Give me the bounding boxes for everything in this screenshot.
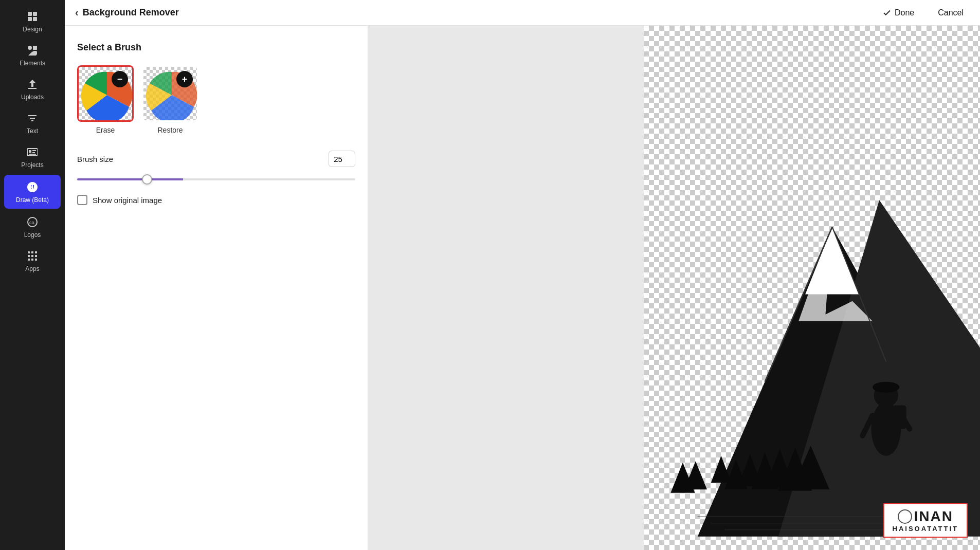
apps-icon (25, 249, 40, 263)
show-original-row[interactable]: Show original image (77, 195, 355, 205)
sidebar-item-elements[interactable]: Elements (0, 38, 65, 72)
show-original-checkbox[interactable] (77, 195, 87, 205)
sidebar-item-draw[interactable]: A Draw (Beta) (4, 175, 61, 209)
brush-restore-label: Restore (157, 126, 183, 134)
svg-rect-19 (35, 259, 37, 261)
svg-rect-3 (33, 17, 37, 21)
sidebar-item-text[interactable]: Text (0, 106, 65, 140)
draw-icon: A (25, 180, 40, 194)
elements-icon (25, 43, 40, 58)
sidebar-item-design[interactable]: Design (0, 4, 65, 38)
content-area: Select a Brush (65, 26, 980, 550)
projects-icon (25, 145, 40, 159)
done-label: Done (895, 8, 914, 17)
cancel-label: Cancel (938, 8, 964, 17)
sidebar-item-logos-label: Logos (24, 231, 41, 239)
brush-thumbnail-erase: − (77, 65, 134, 122)
main-area: ‹ Background Remover Done Cancel Select … (65, 0, 980, 550)
svg-rect-11 (28, 251, 30, 253)
logo-overlay: INAN HAISOATATTIT (883, 503, 968, 538)
top-bar-actions: Done Cancel (876, 5, 970, 21)
sidebar-item-projects-label: Projects (21, 161, 43, 169)
svg-point-42 (873, 382, 899, 393)
text-icon (25, 111, 40, 125)
sidebar: Design Elements Uploads Text Projects A … (0, 0, 65, 550)
brush-size-row: Brush size (77, 151, 355, 167)
svg-rect-5 (33, 46, 37, 50)
svg-rect-14 (28, 255, 30, 257)
brush-grid: − Erase (77, 65, 355, 134)
done-button[interactable]: Done (876, 5, 920, 21)
svg-rect-7 (33, 51, 37, 55)
svg-rect-12 (31, 251, 33, 253)
logo-text-small: HAISOATATTIT (893, 525, 958, 533)
sidebar-item-elements-label: Elements (20, 60, 45, 67)
svg-point-4 (28, 46, 32, 50)
top-bar-title-group: ‹ Background Remover (75, 7, 179, 19)
sidebar-item-uploads-label: Uploads (21, 94, 44, 101)
erase-icon-badge: − (112, 71, 128, 87)
logos-icon: co. (25, 215, 40, 229)
brush-option-restore[interactable]: + Restore (142, 65, 198, 134)
svg-rect-18 (31, 259, 33, 261)
svg-rect-15 (31, 255, 33, 257)
sidebar-item-logos[interactable]: co. Logos (0, 210, 65, 244)
back-button[interactable]: ‹ (75, 7, 79, 19)
show-original-label: Show original image (93, 196, 162, 205)
panel-title: Select a Brush (77, 42, 355, 53)
logo-top-row: INAN (898, 508, 953, 525)
sidebar-item-draw-label: Draw (Beta) (16, 196, 49, 204)
sidebar-item-uploads[interactable]: Uploads (0, 72, 65, 106)
design-icon (25, 9, 40, 24)
svg-rect-13 (35, 251, 37, 253)
restore-icon-badge: + (176, 71, 193, 87)
top-bar: ‹ Background Remover Done Cancel (65, 0, 980, 26)
svg-text:co.: co. (29, 220, 35, 225)
artwork-svg (644, 26, 981, 550)
sidebar-item-apps-label: Apps (25, 265, 39, 272)
sidebar-item-text-label: Text (27, 127, 38, 135)
svg-rect-1 (33, 12, 37, 16)
checkmark-icon (882, 8, 892, 17)
svg-rect-2 (28, 17, 32, 21)
sidebar-item-apps[interactable]: Apps (0, 244, 65, 278)
brush-size-input[interactable] (329, 151, 355, 167)
image-artwork (644, 26, 981, 550)
svg-text:A: A (30, 185, 34, 190)
sidebar-item-design-label: Design (23, 26, 42, 33)
canvas-area[interactable]: INAN HAISOATATTIT (368, 26, 980, 550)
sidebar-item-projects[interactable]: Projects (0, 140, 65, 174)
brush-erase-label: Erase (96, 126, 115, 134)
brush-option-erase[interactable]: − Erase (77, 65, 134, 134)
svg-rect-16 (35, 255, 37, 257)
cancel-button[interactable]: Cancel (929, 5, 970, 21)
svg-rect-0 (28, 12, 32, 16)
slider-wrap (77, 173, 355, 182)
brush-size-slider[interactable] (77, 178, 355, 180)
page-title: Background Remover (83, 7, 179, 18)
panel: Select a Brush (65, 26, 368, 550)
logo-circle (898, 509, 912, 524)
brush-thumbnail-restore: + (142, 65, 198, 122)
svg-rect-17 (28, 259, 30, 261)
uploads-icon (25, 77, 40, 91)
brush-size-label: Brush size (77, 155, 113, 163)
logo-text-big: INAN (914, 508, 953, 525)
